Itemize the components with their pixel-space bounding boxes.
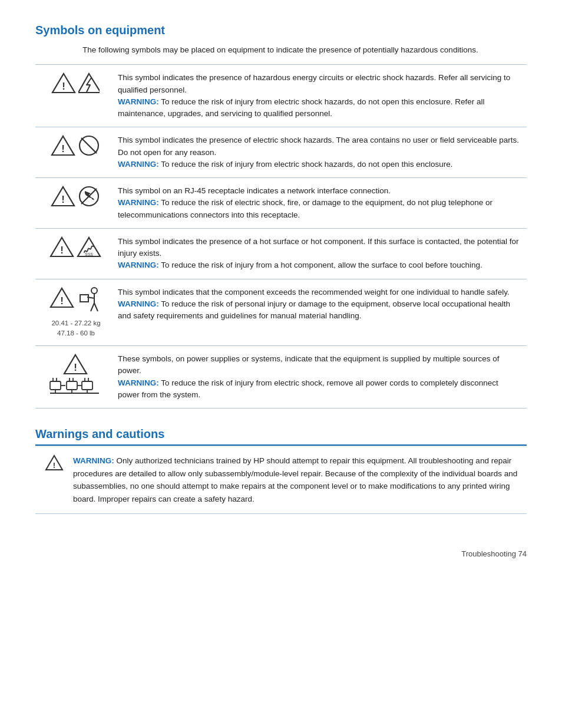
desc-cell-1: This symbol indicates the presence of ha…: [112, 65, 527, 127]
symbol-icon-6: !: [49, 353, 102, 394]
svg-text:!: !: [60, 295, 64, 307]
warning-text-w1: Only authorized technicians trained by H…: [73, 456, 517, 503]
heavy-lift-icon: [77, 286, 101, 316]
warning-label-2: WARNING:: [118, 160, 159, 169]
symbol-cell-6: !: [35, 346, 112, 409]
symbols-table: ! This symbol indicates the presence of …: [35, 64, 527, 409]
no-phone-icon: [78, 185, 100, 207]
symbol-cell-2: !: [35, 127, 112, 178]
svg-line-6: [81, 138, 97, 153]
hot-surface-icon: SSS: [77, 236, 101, 258]
hazard-triangle-icon-3: !: [51, 185, 75, 207]
warning-text-1: To reduce the risk of injury from electr…: [118, 97, 485, 118]
hazard-triangle-icon: !: [51, 72, 76, 94]
svg-text:!: !: [61, 194, 65, 205]
warning-text-6: To reduce the risk of injury from electr…: [118, 378, 498, 399]
desc-text-6: These symbols, on power supplies or syst…: [118, 354, 500, 375]
svg-rect-32: [82, 381, 92, 390]
symbols-section: Symbols on equipment The following symbo…: [35, 24, 527, 409]
warning-label-w1: WARNING:: [73, 456, 114, 465]
warning-text-3: To reduce the risk of electric shock, fi…: [118, 198, 492, 219]
warnings-table: ! WARNING: Only authorized technicians t…: [35, 446, 527, 514]
svg-line-10: [81, 189, 97, 204]
table-row: ! This symbol indicates the presence of …: [35, 127, 527, 178]
lightning-icon: [78, 72, 100, 94]
desc-text-1: This symbol indicates the presence of ha…: [118, 73, 510, 94]
weight-label: 20.41 - 27.22 kg47.18 - 60 lb: [45, 318, 106, 339]
desc-cell-3: This symbol on an RJ-45 receptacle indic…: [112, 178, 527, 229]
table-row: ! This symbol on an RJ-45 receptacle ind…: [35, 178, 527, 229]
svg-point-17: [91, 288, 97, 294]
symbol-cell-5: !: [35, 279, 112, 346]
symbol-icon-4: ! SSS: [49, 236, 101, 258]
svg-line-20: [91, 303, 94, 311]
warning-text-5: To reduce the risk of personal injury or…: [118, 299, 510, 320]
warning-triangle-icon: !: [45, 454, 64, 471]
no-entry-icon: [78, 134, 100, 157]
table-row: !: [35, 279, 527, 346]
desc-cell-4: This symbol indicates the presence of a …: [112, 228, 527, 279]
symbol-cell-4: ! SSS: [35, 228, 112, 279]
hazard-triangle-icon-2: !: [51, 134, 75, 157]
page-footer: Troubleshooting 74: [35, 549, 527, 558]
symbol-cell-3: !: [35, 178, 112, 229]
table-row: ! SSS This symbol indicates the presence…: [35, 228, 527, 279]
svg-text:!: !: [61, 143, 65, 154]
warnings-title: Warnings and cautions: [35, 427, 527, 446]
desc-text-3: This symbol on an RJ-45 receptacle indic…: [118, 186, 391, 195]
svg-line-21: [94, 303, 98, 311]
desc-cell-6: These symbols, on power supplies or syst…: [112, 346, 527, 409]
table-row: ! This symbol indicates the presence of …: [35, 65, 527, 127]
svg-text:!: !: [53, 461, 55, 470]
warning-label: WARNING:: [118, 97, 159, 106]
table-row: ! WARNING: Only authorized technicians t…: [35, 446, 527, 514]
hazard-triangle-icon-5: !: [49, 286, 74, 309]
warning-text-2: To reduce the risk of injury from electr…: [161, 160, 452, 169]
svg-text:!: !: [74, 362, 77, 373]
svg-text:SSS: SSS: [85, 252, 93, 256]
svg-text:!: !: [60, 245, 64, 256]
symbols-intro: The following symbols may be placed on e…: [82, 44, 527, 56]
desc-text-2: This symbol indicates the presence of el…: [118, 136, 519, 156]
desc-text-4: This symbol indicates the presence of a …: [118, 237, 519, 258]
symbol-icon-5: !: [49, 286, 101, 316]
desc-text-5: This symbol indicates that the component…: [118, 288, 510, 297]
table-row: !: [35, 346, 527, 409]
symbol-icon-2: !: [51, 134, 100, 157]
warn-icon-cell-1: !: [35, 446, 67, 514]
svg-rect-29: [67, 381, 77, 390]
multi-power-icon: [49, 377, 102, 394]
warnings-section: Warnings and cautions ! WARNING: Only au…: [35, 427, 527, 514]
warn-text-cell-1: WARNING: Only authorized technicians tra…: [67, 446, 527, 514]
warning-label-3: WARNING:: [118, 198, 159, 207]
desc-cell-5: This symbol indicates that the component…: [112, 279, 527, 346]
hazard-triangle-icon-4: !: [49, 236, 74, 258]
svg-marker-2: [78, 74, 100, 93]
symbol-icon-3: !: [51, 185, 100, 207]
warning-label-6: WARNING:: [118, 378, 159, 387]
warning-label-5: WARNING:: [118, 299, 159, 308]
desc-cell-2: This symbol indicates the presence of el…: [112, 127, 527, 178]
symbol-icon-1: !: [51, 72, 100, 94]
svg-rect-22: [80, 295, 88, 302]
svg-rect-25: [50, 381, 61, 390]
symbols-title: Symbols on equipment: [35, 24, 527, 37]
warning-label-4: WARNING:: [118, 261, 159, 269]
hazard-triangle-icon-6: !: [63, 353, 88, 375]
symbol-cell-1: !: [35, 65, 112, 127]
svg-text:!: !: [62, 81, 65, 92]
warning-text-4: To reduce the risk of injury from a hot …: [161, 261, 482, 269]
